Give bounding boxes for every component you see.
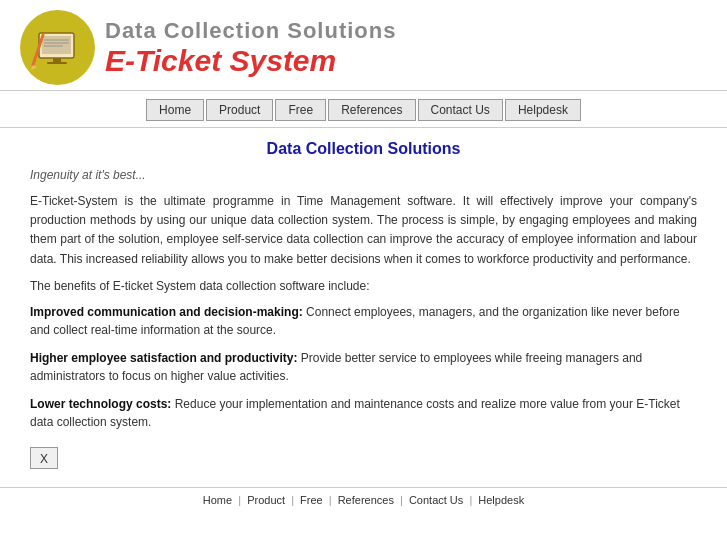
footer-sep-3: |: [329, 494, 332, 506]
logo-icon: [25, 15, 90, 80]
nav-product[interactable]: Product: [206, 99, 273, 121]
header: Data Collection Solutions E-Ticket Syste…: [0, 0, 727, 91]
page-title: Data Collection Solutions: [30, 140, 697, 158]
logo-area: Data Collection Solutions E-Ticket Syste…: [20, 10, 396, 85]
tagline: Ingenuity at it's best...: [30, 168, 697, 182]
nav-references[interactable]: References: [328, 99, 415, 121]
benefit-item-2: Higher employee satisfaction and product…: [30, 349, 697, 385]
close-button[interactable]: X: [30, 447, 58, 469]
benefit-item-3: Lower technology costs: Reduce your impl…: [30, 395, 697, 431]
footer-sep-5: |: [469, 494, 472, 506]
benefit-label-1: Improved communication and decision-maki…: [30, 305, 303, 319]
footer-link-home[interactable]: Home: [203, 494, 232, 506]
svg-rect-1: [42, 36, 71, 54]
footer-sep-2: |: [291, 494, 294, 506]
footer-link-helpdesk[interactable]: Helpdesk: [478, 494, 524, 506]
footer-link-contact[interactable]: Contact Us: [409, 494, 463, 506]
logo-title-line1: Data Collection Solutions: [105, 18, 396, 44]
main-content: Data Collection Solutions Ingenuity at i…: [0, 128, 727, 479]
nav-home[interactable]: Home: [146, 99, 204, 121]
logo-title-line2: E-Ticket System: [105, 44, 396, 78]
footer-link-free[interactable]: Free: [300, 494, 323, 506]
nav-free[interactable]: Free: [275, 99, 326, 121]
intro-text: E-Ticket-System is the ultimate programm…: [30, 192, 697, 269]
logo-circle: [20, 10, 95, 85]
logo-text-area: Data Collection Solutions E-Ticket Syste…: [105, 18, 396, 78]
footer-link-references[interactable]: References: [338, 494, 394, 506]
svg-rect-3: [47, 62, 67, 64]
footer-sep-1: |: [238, 494, 241, 506]
benefit-label-3: Lower technology costs:: [30, 397, 171, 411]
nav-bar: Home Product Free References Contact Us …: [0, 91, 727, 128]
benefits-intro: The benefits of E-ticket System data col…: [30, 279, 697, 293]
benefit-label-2: Higher employee satisfaction and product…: [30, 351, 297, 365]
footer: Home | Product | Free | References | Con…: [0, 487, 727, 510]
nav-helpdesk[interactable]: Helpdesk: [505, 99, 581, 121]
footer-sep-4: |: [400, 494, 403, 506]
nav-contact[interactable]: Contact Us: [418, 99, 503, 121]
benefit-item-1: Improved communication and decision-maki…: [30, 303, 697, 339]
footer-link-product[interactable]: Product: [247, 494, 285, 506]
